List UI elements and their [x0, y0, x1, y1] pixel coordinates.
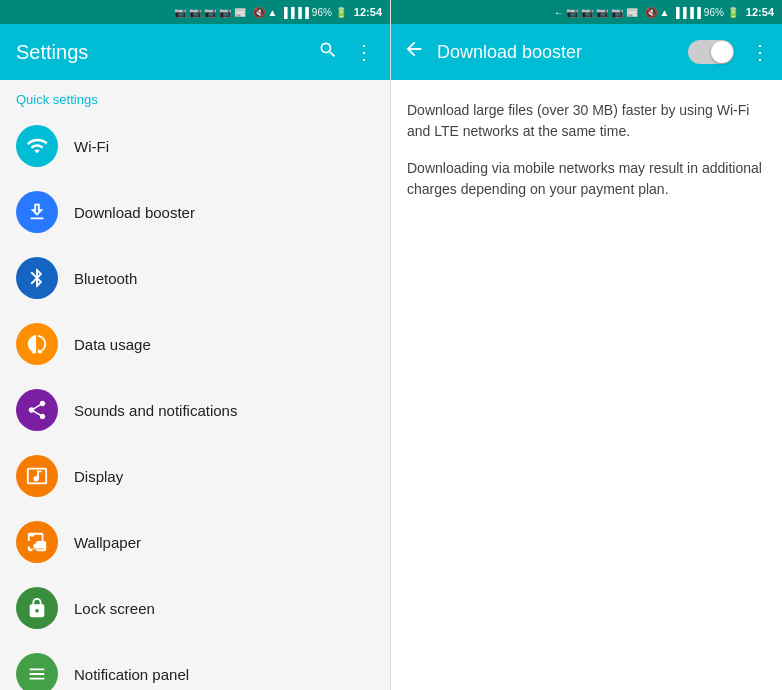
settings-item-wallpaper[interactable]: Wallpaper	[0, 509, 390, 575]
display-icon-container	[16, 455, 58, 497]
download-booster-label: Download booster	[74, 204, 195, 221]
wallpaper-icon	[26, 531, 48, 553]
left-panel: 📷 📷 📷 📷 📰 🔇 ▲ ▐▐▐▐ 96% 🔋 12:54 Settings …	[0, 0, 391, 690]
sounds-icon	[26, 399, 48, 421]
right-battery-level: 96%	[704, 7, 724, 18]
settings-list: Wi-Fi Download booster Bluetooth	[0, 113, 390, 690]
data-usage-label: Data usage	[74, 336, 151, 353]
lock-screen-icon	[26, 597, 48, 619]
left-time: 12:54	[354, 6, 382, 18]
search-icon	[318, 40, 338, 60]
notification-icons: 📷 📷 📷 📷 📰	[174, 7, 245, 18]
toggle-knob	[711, 41, 733, 63]
search-button[interactable]	[318, 40, 338, 65]
right-status-icons: ← 📷 📷 📷 📷 📰 🔇 ▲ ▐▐▐▐ 96% 🔋 12:54	[554, 6, 774, 18]
right-mute-icon: 🔇	[645, 7, 657, 18]
bluetooth-icon-container	[16, 257, 58, 299]
right-battery-icon: 🔋	[727, 7, 739, 18]
settings-item-wifi[interactable]: Wi-Fi	[0, 113, 390, 179]
more-options-button[interactable]: ⋮	[354, 40, 374, 64]
wifi-icon	[26, 135, 48, 157]
download-booster-icon	[26, 201, 48, 223]
right-more-options-button[interactable]: ⋮	[750, 40, 770, 64]
wallpaper-label: Wallpaper	[74, 534, 141, 551]
sounds-label: Sounds and notifications	[74, 402, 237, 419]
battery-level: 96%	[312, 7, 332, 18]
wifi-status-icon: ▲	[268, 7, 278, 18]
right-panel: ← 📷 📷 📷 📷 📰 🔇 ▲ ▐▐▐▐ 96% 🔋 12:54 Downloa…	[391, 0, 782, 690]
mute-icon: 🔇	[253, 7, 265, 18]
download-booster-title: Download booster	[437, 42, 680, 63]
download-booster-description-1: Download large files (over 30 MB) faster…	[407, 100, 766, 142]
right-toolbar: Download booster ⋮	[391, 24, 782, 80]
settings-item-bluetooth[interactable]: Bluetooth	[0, 245, 390, 311]
bluetooth-label: Bluetooth	[74, 270, 137, 287]
bluetooth-icon	[26, 267, 48, 289]
display-label: Display	[74, 468, 123, 485]
right-signal-icon: ▐▐▐▐	[673, 7, 701, 18]
left-status-icons: 📷 📷 📷 📷 📰 🔇 ▲ ▐▐▐▐ 96% 🔋 12:54	[174, 6, 382, 18]
display-icon	[26, 465, 48, 487]
signal-bars-icon: ▐▐▐▐	[281, 7, 309, 18]
quick-settings-label: Quick settings	[0, 80, 390, 113]
right-status-bar: ← 📷 📷 📷 📷 📰 🔇 ▲ ▐▐▐▐ 96% 🔋 12:54	[391, 0, 782, 24]
right-wifi-icon: ▲	[660, 7, 670, 18]
notification-panel-icon	[26, 663, 48, 685]
sounds-icon-container	[16, 389, 58, 431]
download-booster-icon-container	[16, 191, 58, 233]
wallpaper-icon-container	[16, 521, 58, 563]
right-content: Download large files (over 30 MB) faster…	[391, 80, 782, 690]
lock-screen-label: Lock screen	[74, 600, 155, 617]
settings-item-lock-screen[interactable]: Lock screen	[0, 575, 390, 641]
data-usage-icon-container	[16, 323, 58, 365]
wifi-icon-container	[16, 125, 58, 167]
settings-title: Settings	[16, 41, 318, 64]
settings-item-notification-panel[interactable]: Notification panel	[0, 641, 390, 690]
settings-item-sounds[interactable]: Sounds and notifications	[0, 377, 390, 443]
right-notification-icons: ← 📷 📷 📷 📷 📰	[554, 7, 638, 18]
data-usage-icon	[26, 333, 48, 355]
download-booster-description-2: Downloading via mobile networks may resu…	[407, 158, 766, 200]
left-toolbar: Settings ⋮	[0, 24, 390, 80]
left-status-bar: 📷 📷 📷 📷 📰 🔇 ▲ ▐▐▐▐ 96% 🔋 12:54	[0, 0, 390, 24]
back-icon	[403, 38, 425, 60]
lock-screen-icon-container	[16, 587, 58, 629]
notification-panel-label: Notification panel	[74, 666, 189, 683]
settings-item-display[interactable]: Display	[0, 443, 390, 509]
download-booster-toggle[interactable]	[688, 40, 734, 64]
toolbar-actions: ⋮	[318, 40, 374, 65]
settings-item-data-usage[interactable]: Data usage	[0, 311, 390, 377]
wifi-label: Wi-Fi	[74, 138, 109, 155]
notification-panel-icon-container	[16, 653, 58, 690]
settings-item-download-booster[interactable]: Download booster	[0, 179, 390, 245]
back-button[interactable]	[403, 38, 425, 66]
battery-icon: 🔋	[335, 7, 347, 18]
right-time: 12:54	[746, 6, 774, 18]
